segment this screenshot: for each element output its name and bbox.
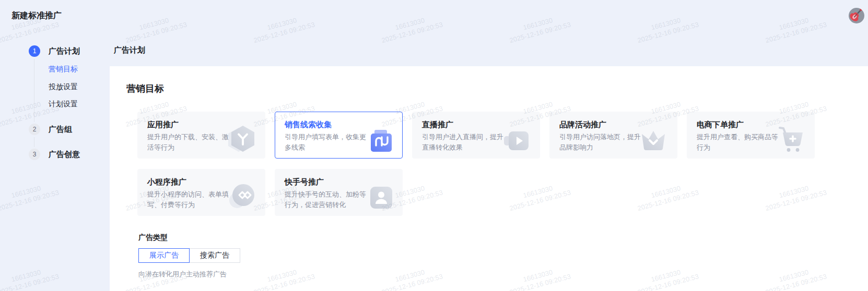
kwai-account-person-icon	[370, 186, 393, 211]
goal-card-title: 电商下单推广	[697, 120, 814, 129]
step-2-ad-group[interactable]: 广告组	[49, 125, 72, 135]
display-ads-button[interactable]: 展示广告	[138, 248, 190, 263]
goal-card-desc: 引导用户填写表单，收集更多线索	[285, 132, 367, 153]
content-panel: 营销目标 应用推广 提升用户的下载、安装、激活等行为 销售线索收集 引导用户填写…	[110, 66, 868, 291]
goal-card-title: 直播推广	[422, 120, 539, 129]
substep-delivery-settings[interactable]: 投放设置	[49, 82, 78, 92]
search-ads-button[interactable]: 搜索广告	[190, 248, 240, 263]
panel-header: 广告计划	[114, 45, 145, 55]
step-1-ad-plan[interactable]: 广告计划	[49, 46, 80, 56]
goal-card-kwai-account-promotion[interactable]: 快手号推广 提升快手号的互动、加粉等行为，促进营销转化	[275, 169, 403, 216]
watermark-stamp: 166130302025-12-16 09:20:53	[250, 11, 315, 45]
goal-card-lead-collection[interactable]: 销售线索收集 引导用户填写表单，收集更多线索	[275, 112, 403, 159]
step-1-indicator: 1	[29, 45, 40, 57]
goal-card-brand-promotion[interactable]: 品牌活动推广 引导用户访问落地页，提升品牌影响力	[549, 112, 677, 159]
substep-marketing-goal[interactable]: 营销目标	[49, 65, 78, 74]
step-3-ad-creative[interactable]: 广告创意	[49, 150, 80, 160]
goal-card-desc: 提升用户查看、购买商品等行为	[697, 132, 779, 153]
watermark-stamp: 166130302025-12-16 09:20:53	[122, 11, 187, 45]
section-title-marketing-goal: 营销目标	[126, 82, 868, 95]
goal-card-desc: 引导用户进入直播间，提升直播转化效果	[422, 132, 505, 153]
ad-type-toggle: 展示广告 搜索广告	[138, 248, 868, 263]
step-connector	[34, 137, 34, 147]
goal-card-ecommerce-promotion[interactable]: 电商下单推广 提升用户查看、购买商品等行为	[687, 112, 815, 159]
ad-type-hint: 向潜在转化用户主动推荐广告	[138, 270, 868, 279]
goal-card-app-promotion[interactable]: 应用推广 提升用户的下载、安装、激活等行为	[137, 112, 265, 159]
goal-card-title: 销售线索收集	[285, 120, 402, 129]
live-camera-icon	[504, 130, 530, 154]
step-3-indicator: 3	[29, 149, 40, 160]
lead-folder-icon	[370, 129, 393, 155]
watermark-stamp: 166130302025-12-16 09:20:53	[762, 11, 827, 45]
step-connector	[34, 59, 34, 122]
wizard-stepper: 1 广告计划 营销目标 投放设置 计划设置 2 广告组 3 广告创意	[0, 0, 110, 291]
goal-card-miniprogram-promotion[interactable]: 小程序推广 提升小程序的访问、表单填写、付费等行为	[137, 169, 265, 216]
watermark-stamp: 166130302025-12-16 09:20:53	[378, 11, 443, 45]
user-avatar[interactable]	[849, 8, 864, 23]
goal-card-desc: 引导用户访问落地页，提升品牌影响力	[559, 132, 642, 153]
goal-card-desc: 提升快手号的互动、加粉等行为，促进营销转化	[285, 189, 367, 210]
goal-card-title: 品牌活动推广	[559, 120, 677, 129]
step-2-indicator: 2	[29, 124, 40, 135]
brand-crown-icon	[639, 129, 667, 154]
goal-card-live-promotion[interactable]: 直播推广 引导用户进入直播间，提升直播转化效果	[412, 112, 540, 159]
goal-card-title: 小程序推广	[147, 177, 265, 186]
goal-card-desc: 提升用户的下载、安装、激活等行为	[147, 132, 230, 153]
miniprogram-infinity-icon	[228, 183, 255, 211]
goal-card-title: 快手号推广	[285, 177, 402, 186]
goal-card-grid: 应用推广 提升用户的下载、安装、激活等行为 销售线索收集 引导用户填写表单，收集…	[137, 112, 837, 216]
ecommerce-cart-icon	[778, 125, 805, 155]
guitar-icon	[849, 8, 864, 23]
ad-type-label: 广告类型	[138, 233, 868, 241]
watermark-stamp: 166130302025-12-16 09:20:53	[506, 11, 571, 45]
substep-plan-settings[interactable]: 计划设置	[49, 100, 78, 109]
goal-card-desc: 提升小程序的访问、表单填写、付费等行为	[147, 189, 230, 210]
watermark-stamp: 166130302025-12-16 09:20:53	[634, 11, 699, 45]
goal-card-title: 应用推广	[147, 120, 265, 129]
